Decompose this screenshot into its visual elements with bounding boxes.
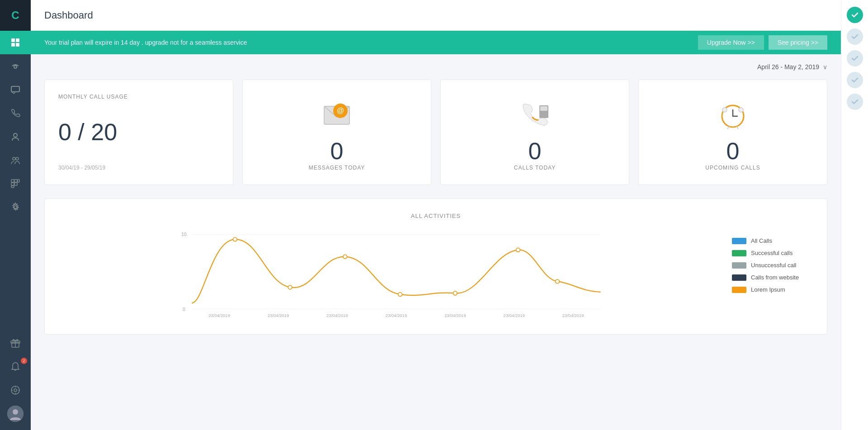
- legend-item-all-calls: All Calls: [732, 237, 813, 244]
- legend-color-successful: [732, 250, 746, 256]
- svg-point-20: [14, 389, 17, 392]
- see-pricing-button[interactable]: See pricing >>: [769, 35, 827, 50]
- messages-label: MESSAGES TODAY: [309, 165, 365, 171]
- upgrade-now-button[interactable]: Upgrade Now >>: [698, 35, 764, 50]
- legend-item-successful: Successful calls: [732, 250, 813, 256]
- svg-point-6: [14, 133, 17, 137]
- sidebar-item-contacts[interactable]: [0, 125, 31, 148]
- upcoming-value: 0: [726, 137, 740, 165]
- svg-rect-2: [11, 43, 15, 47]
- calls-today-card: 0 CALLS TODAY: [440, 80, 629, 185]
- svg-point-34: [722, 108, 727, 112]
- date-range-label: April 26 - May 2, 2019: [757, 63, 819, 71]
- svg-text:@: @: [337, 107, 344, 114]
- svg-point-43: [288, 285, 292, 289]
- legend-color-unsuccessful: [732, 262, 746, 269]
- messages-icon: @: [321, 98, 353, 131]
- chart-legend: All Calls Successful calls Unsuccessful …: [732, 228, 813, 321]
- svg-point-8: [16, 157, 19, 160]
- svg-text:23/04/2019: 23/04/2019: [326, 313, 348, 318]
- upcoming-calls-card: 0 UPCOMING CALLS: [638, 80, 827, 185]
- checklist-item-4[interactable]: [847, 72, 863, 88]
- date-range-picker[interactable]: April 26 - May 2, 2019 ∨: [757, 63, 827, 71]
- svg-point-45: [398, 293, 402, 297]
- date-row: April 26 - May 2, 2019 ∨: [44, 63, 827, 71]
- monthly-call-value: 0 / 20: [58, 118, 117, 146]
- svg-rect-13: [14, 183, 17, 185]
- svg-rect-14: [11, 186, 14, 188]
- checklist-item-1[interactable]: [847, 7, 863, 23]
- svg-rect-28: [540, 106, 547, 111]
- avatar[interactable]: [7, 406, 24, 422]
- monthly-call-label: MONTHLY CALL USAGE: [58, 94, 128, 100]
- svg-point-48: [556, 279, 560, 284]
- svg-text:10: 10: [181, 232, 187, 237]
- upcoming-label: UPCOMING CALLS: [705, 165, 760, 171]
- svg-point-47: [516, 248, 520, 252]
- svg-point-42: [233, 237, 237, 241]
- sidebar-item-gift[interactable]: [0, 331, 31, 355]
- legend-color-website: [732, 274, 746, 281]
- calls-label: CALLS TODAY: [514, 165, 556, 171]
- activities-section: ALL ACTIVITIES 10 0: [44, 198, 827, 335]
- header: Dashboard: [31, 0, 841, 31]
- activities-title: ALL ACTIVITIES: [58, 213, 813, 219]
- right-checklist-panel: [841, 0, 868, 430]
- svg-point-4: [14, 66, 17, 68]
- stats-row: MONTHLY CALL USAGE 0 / 20 30/04/19 - 29/…: [44, 80, 827, 185]
- calls-value: 0: [528, 137, 542, 165]
- sidebar-item-home[interactable]: [0, 31, 31, 54]
- svg-point-44: [343, 255, 347, 259]
- sidebar-item-messages[interactable]: [0, 78, 31, 101]
- svg-rect-0: [11, 38, 15, 42]
- sidebar-bottom: 2: [0, 331, 31, 430]
- legend-label-unsuccessful: Unsuccessful call: [751, 262, 796, 269]
- banner-message: Your trial plan will expire in 14 day . …: [44, 39, 693, 46]
- legend-item-lorem: Lorem Ipsum: [732, 286, 813, 293]
- svg-point-46: [453, 291, 457, 295]
- svg-rect-3: [16, 43, 19, 47]
- svg-text:23/04/2019: 23/04/2019: [268, 313, 289, 318]
- legend-item-unsuccessful: Unsuccessful call: [732, 262, 813, 269]
- sidebar-item-campaigns[interactable]: [0, 54, 31, 78]
- chart-container: 10 0: [58, 228, 813, 321]
- sidebar-item-support[interactable]: [0, 378, 31, 402]
- sidebar-item-apps[interactable]: [0, 172, 31, 195]
- legend-color-lorem: [732, 287, 746, 293]
- app-logo[interactable]: C: [0, 0, 31, 31]
- activities-chart: 10 0: [58, 228, 718, 319]
- monthly-call-card: MONTHLY CALL USAGE 0 / 20 30/04/19 - 29/…: [44, 80, 233, 185]
- svg-text:23/04/2019: 23/04/2019: [562, 313, 584, 318]
- svg-text:23/04/2019: 23/04/2019: [444, 313, 466, 318]
- legend-item-website: Calls from website: [732, 274, 813, 281]
- legend-label-website: Calls from website: [751, 274, 799, 281]
- svg-text:0: 0: [183, 307, 185, 312]
- svg-rect-9: [11, 180, 14, 182]
- checklist-item-2[interactable]: [847, 28, 863, 45]
- content-area: April 26 - May 2, 2019 ∨ MONTHLY CALL US…: [31, 54, 841, 430]
- legend-label-lorem: Lorem Ipsum: [751, 286, 785, 293]
- messages-today-card: @ 0 MESSAGES TODAY: [242, 80, 431, 185]
- checklist-item-5[interactable]: [847, 94, 863, 110]
- calls-icon: [519, 98, 551, 131]
- sidebar: C: [0, 0, 31, 430]
- sidebar-item-team[interactable]: [0, 148, 31, 172]
- chart-area: 10 0: [58, 228, 718, 321]
- svg-point-35: [739, 108, 743, 112]
- page-title: Dashboard: [44, 9, 93, 21]
- messages-value: 0: [330, 137, 344, 165]
- monthly-call-date: 30/04/19 - 29/05/19: [58, 165, 105, 171]
- svg-point-7: [13, 157, 15, 160]
- legend-label-successful: Successful calls: [751, 250, 793, 256]
- sidebar-item-settings[interactable]: [0, 195, 31, 219]
- svg-text:23/04/2019: 23/04/2019: [208, 313, 230, 318]
- svg-rect-1: [16, 38, 19, 42]
- main-content: Dashboard Your trial plan will expire in…: [31, 0, 841, 430]
- checklist-item-3[interactable]: [847, 50, 863, 66]
- chevron-down-icon: ∨: [823, 63, 827, 71]
- sidebar-item-notifications[interactable]: 2: [0, 355, 31, 378]
- sidebar-item-calls[interactable]: [0, 101, 31, 125]
- legend-label-all-calls: All Calls: [751, 237, 772, 244]
- svg-rect-5: [11, 86, 19, 92]
- upcoming-icon: [717, 98, 749, 131]
